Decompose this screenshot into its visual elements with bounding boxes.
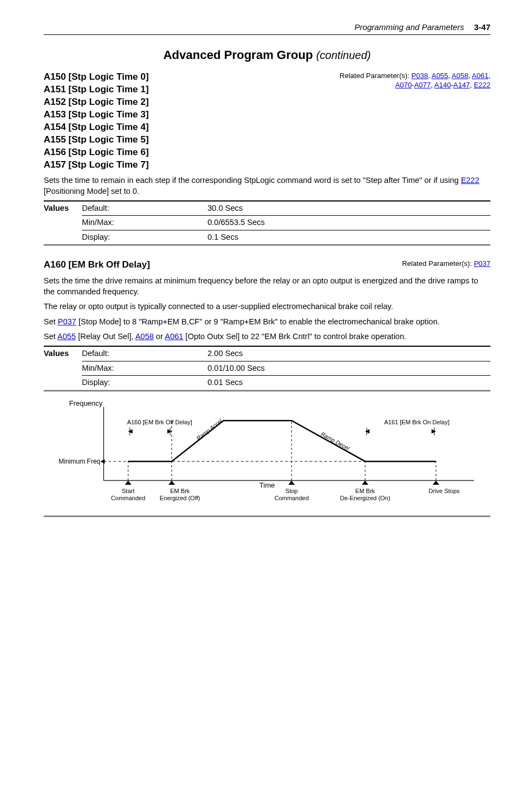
p4d: [Opto Outx Sel] to 22 "EM Brk Cntrl" to … [183, 332, 406, 341]
event-arrow-icon [168, 481, 175, 485]
ev1b: Commanded [111, 494, 145, 501]
group-title-cont: (continued) [316, 49, 371, 61]
param-block-a150-a157: A150 [Stp Logic Time 0] A151 [Stp Logic … [44, 71, 490, 246]
link-e222-inline[interactable]: E222 [461, 176, 479, 185]
link-a058-inline[interactable]: A058 [135, 332, 154, 341]
param-name: A155 [Stp Logic Time 5] [44, 134, 149, 146]
chart-off-delay: A160 [EM Brk Off Delay] [127, 419, 192, 425]
related-prefix: Related Parameter(s): [340, 72, 412, 80]
a160-p2: The relay or opto output is typically co… [44, 301, 490, 312]
param-title-a160: A160 [EM Brk Off Delay] [44, 259, 150, 271]
range-arrow-right-icon [431, 429, 436, 434]
cell-minmax-value: 0.0/6553.5 Secs [208, 216, 490, 230]
desc-b: [Positioning Mode] set to 0. [44, 187, 139, 195]
p3b: [Stop Mode] to 8 "Ramp+EM B,CF" or 9 "Ra… [76, 317, 440, 326]
event-arrow-icon [125, 481, 132, 485]
values-label: Values [44, 201, 82, 245]
cell-display-label: Display: [82, 376, 208, 391]
chart-ramp-decel: Ramp Decel [320, 431, 351, 452]
cell-minmax-label: Min/Max: [82, 361, 208, 376]
ev1a: Start [122, 488, 134, 494]
range-arrow-left-icon [128, 429, 133, 434]
link-p037-inline[interactable]: P037 [58, 317, 76, 326]
event-arrow-icon [288, 481, 295, 485]
timing-chart: Frequency Minimum Freq A160 [EM Brk Off … [44, 396, 490, 511]
p4a: Set [44, 332, 57, 341]
range-arrow-right-icon [167, 429, 171, 434]
a160-p1: Sets the time the drive remains at minim… [44, 276, 490, 297]
pointer-icon [100, 459, 105, 464]
cell-minmax-label: Min/Max: [82, 216, 208, 230]
a160-p4: Set A055 [Relay Out Sel], A058 or A061 [… [44, 331, 490, 342]
ev3b: Commanded [274, 494, 309, 501]
cell-default-label: Default: [82, 346, 208, 361]
cell-minmax-value: 0.01/10.00 Secs [208, 361, 490, 376]
page-header: Programming and Parameters 3-47 [44, 22, 490, 35]
values-label: Values [44, 346, 82, 390]
ev5a: Drive Stops [429, 488, 460, 494]
table-row: Values Default: 30.0 Secs [44, 201, 490, 216]
page-number: 3-47 [474, 22, 490, 32]
link-p038[interactable]: P038 [411, 72, 428, 80]
related-parameters: Related Parameter(s): P037 [402, 259, 490, 269]
cell-default-value: 2.00 Secs [208, 346, 490, 361]
param-block-a160: A160 [EM Brk Off Delay] Related Paramete… [44, 259, 490, 517]
chart-ramp-accel: Ramp Accel [196, 418, 223, 442]
block1-description: Sets the time to remain in each step if … [44, 175, 490, 197]
table-row: Min/Max: 0.0/6553.5 Secs [44, 216, 490, 230]
chart-xlabel: Time [259, 481, 275, 489]
param-name: A154 [Stp Logic Time 4] [44, 121, 149, 134]
p4b: [Relay Out Sel], [76, 332, 135, 341]
chart-ylabel: Frequency [69, 399, 103, 407]
cell-display-label: Display: [82, 230, 208, 245]
section-title: Programming and Parameters [354, 22, 464, 32]
cell-display-value: 0.01 Secs [208, 376, 490, 391]
param-name: A150 [Stp Logic Time 0] [44, 71, 149, 84]
link-a070[interactable]: A070 [395, 81, 412, 89]
cell-default-label: Default: [82, 201, 208, 216]
desc-a: Sets the time to remain in each step if … [44, 176, 461, 185]
timing-chart-wrapper: Frequency Minimum Freq A160 [EM Brk Off … [44, 392, 490, 517]
p4c: or [154, 332, 165, 341]
related-parameters: Related Parameter(s): P038, A055, A058, … [340, 71, 490, 90]
link-a055-inline[interactable]: A055 [57, 332, 76, 341]
ev2b: Energized (Off) [159, 494, 200, 501]
ev4b: De-Energized (On) [340, 494, 390, 501]
cell-display-value: 0.1 Secs [208, 230, 490, 245]
param-name: A156 [Stp Logic Time 6] [44, 146, 149, 159]
link-a055[interactable]: A055 [431, 72, 448, 80]
group-title-main: Advanced Program Group [163, 48, 313, 62]
table-row: Values Default: 2.00 Secs [44, 346, 490, 361]
link-p037[interactable]: P037 [474, 259, 490, 268]
link-a061-inline[interactable]: A061 [165, 332, 183, 341]
param-name: A153 [Stp Logic Time 3] [44, 109, 149, 121]
related-prefix: Related Parameter(s): [402, 259, 474, 268]
param-names: A150 [Stp Logic Time 0] A151 [Stp Logic … [44, 71, 149, 171]
chart-minfreq-label: Minimum Freq [58, 458, 100, 465]
table-row: Display: 0.1 Secs [44, 230, 490, 245]
event-arrow-icon [433, 481, 439, 485]
param-name: A152 [Stp Logic Time 2] [44, 96, 149, 109]
ev3a: Stop [286, 488, 298, 494]
link-a077[interactable]: A077 [414, 81, 430, 89]
table-row: Min/Max: 0.01/10.00 Secs [44, 361, 490, 376]
param-name: A151 [Stp Logic Time 1] [44, 84, 149, 96]
header-text: Programming and Parameters 3-47 [44, 22, 490, 33]
table-row: Display: 0.01 Secs [44, 376, 490, 391]
link-a058[interactable]: A058 [452, 72, 468, 80]
ev4a: EM Brk [356, 488, 375, 494]
param-name: A157 [Stp Logic Time 7] [44, 159, 149, 171]
a160-p3: Set P037 [Stop Mode] to 8 "Ramp+EM B,CF"… [44, 317, 490, 328]
group-title: Advanced Program Group (continued) [44, 47, 490, 63]
values-table-2: Values Default: 2.00 Secs Min/Max: 0.01/… [44, 346, 490, 392]
link-a061[interactable]: A061 [472, 72, 488, 80]
link-a140[interactable]: A140 [434, 81, 451, 89]
p3a: Set [44, 317, 58, 326]
link-a147[interactable]: A147 [453, 81, 470, 89]
values-table-1: Values Default: 30.0 Secs Min/Max: 0.0/6… [44, 200, 490, 246]
ev2a: EM Brk [170, 488, 190, 494]
cell-default-value: 30.0 Secs [208, 201, 490, 216]
chart-on-delay: A161 [EM Brk On Delay] [384, 419, 449, 425]
event-arrow-icon [362, 481, 369, 485]
link-e222[interactable]: E222 [474, 81, 490, 89]
